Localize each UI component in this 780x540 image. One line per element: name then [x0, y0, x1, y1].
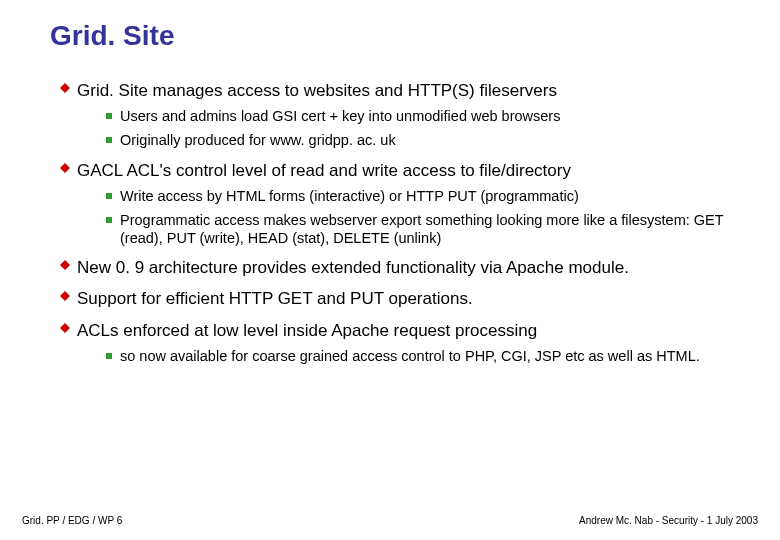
bullet-text: Support for efficient HTTP GET and PUT o… [77, 288, 473, 309]
bullet-text: ACLs enforced at low level inside Apache… [77, 320, 537, 341]
svg-rect-2 [106, 137, 112, 143]
svg-rect-1 [106, 113, 112, 119]
bullet-level2: so now available for coarse grained acce… [106, 347, 740, 365]
svg-marker-3 [60, 163, 70, 173]
svg-marker-0 [60, 83, 70, 93]
slide-title: Grid. Site [50, 20, 174, 52]
square-icon [106, 217, 112, 223]
bullet-text: Programmatic access makes webserver expo… [120, 211, 740, 247]
bullet-level2: Users and admins load GSI cert + key int… [106, 107, 740, 125]
slide: Grid. Site Grid. Site manages access to … [0, 0, 780, 540]
svg-marker-6 [60, 260, 70, 270]
bullet-text: Originally produced for www. gridpp. ac.… [120, 131, 396, 149]
bullet-text: GACL ACL's control level of read and wri… [77, 160, 571, 181]
bullet-level2: Programmatic access makes webserver expo… [106, 211, 740, 247]
svg-rect-5 [106, 217, 112, 223]
bullet-level1: Support for efficient HTTP GET and PUT o… [60, 288, 740, 309]
bullet-level2: Originally produced for www. gridpp. ac.… [106, 131, 740, 149]
bullet-text: Grid. Site manages access to websites an… [77, 80, 557, 101]
svg-marker-7 [60, 291, 70, 301]
bullet-level2: Write access by HTML forms (interactive)… [106, 187, 740, 205]
diamond-icon [60, 260, 70, 270]
diamond-icon [60, 323, 70, 333]
bullet-text: New 0. 9 architecture provides extended … [77, 257, 629, 278]
diamond-icon [60, 291, 70, 301]
slide-content: Grid. Site manages access to websites an… [60, 70, 740, 367]
diamond-icon [60, 83, 70, 93]
svg-rect-4 [106, 193, 112, 199]
svg-marker-8 [60, 323, 70, 333]
diamond-icon [60, 163, 70, 173]
svg-rect-9 [106, 353, 112, 359]
square-icon [106, 137, 112, 143]
bullet-text: Users and admins load GSI cert + key int… [120, 107, 560, 125]
square-icon [106, 193, 112, 199]
square-icon [106, 113, 112, 119]
bullet-level1: ACLs enforced at low level inside Apache… [60, 320, 740, 341]
footer-left: Grid. PP / EDG / WP 6 [22, 515, 122, 526]
bullet-level1: GACL ACL's control level of read and wri… [60, 160, 740, 181]
bullet-level1: Grid. Site manages access to websites an… [60, 80, 740, 101]
bullet-text: so now available for coarse grained acce… [120, 347, 700, 365]
bullet-level1: New 0. 9 architecture provides extended … [60, 257, 740, 278]
square-icon [106, 353, 112, 359]
bullet-text: Write access by HTML forms (interactive)… [120, 187, 579, 205]
slide-footer: Grid. PP / EDG / WP 6 Andrew Mc. Nab - S… [22, 515, 758, 526]
footer-right: Andrew Mc. Nab - Security - 1 July 2003 [579, 515, 758, 526]
